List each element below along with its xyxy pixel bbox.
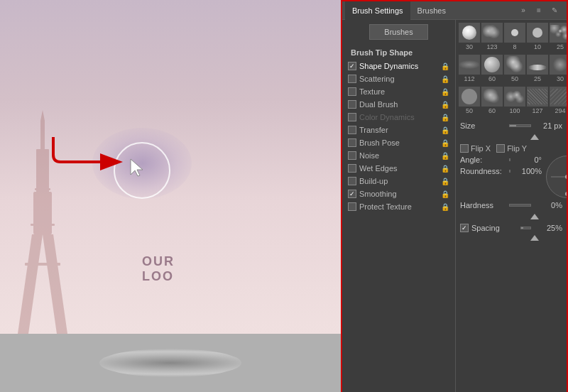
brushes-button[interactable]: Brushes (369, 24, 427, 40)
brush-thumb-1[interactable]: 30 (459, 23, 480, 50)
roundness-slider (509, 170, 510, 173)
svg-rect-4 (40, 121, 45, 153)
brush-img-1 (459, 23, 480, 43)
brush-thumb-8[interactable]: 50 (504, 55, 525, 82)
option-scattering[interactable]: Scattering 🔒 (342, 72, 455, 85)
angle-slider-track[interactable] (509, 158, 510, 161)
checkbox-transfer[interactable] (348, 126, 356, 134)
widget-bottom-dot (565, 192, 567, 196)
option-noise[interactable]: Noise 🔒 (342, 149, 455, 162)
brush-img-11 (459, 87, 480, 107)
brush-thumb-7[interactable]: 60 (481, 55, 503, 82)
option-smoothing[interactable]: ✓ Smoothing 🔒 (342, 187, 455, 200)
option-transfer[interactable]: Transfer 🔒 (342, 124, 455, 136)
size-slider-track[interactable] (509, 124, 531, 127)
svg-rect-2 (33, 192, 52, 234)
brush-img-2 (481, 23, 503, 43)
roundness-value: 100% (513, 167, 542, 175)
checkbox-spacing[interactable]: ✓ (460, 224, 469, 232)
panel-brush-icon[interactable]: ✎ (548, 4, 561, 17)
brush-thumb-13[interactable]: 100 (504, 87, 525, 114)
checkbox-dual-brush[interactable] (348, 100, 356, 109)
option-wet-edges[interactable]: Wet Edges 🔒 (342, 162, 455, 175)
checkbox-brush-pose[interactable] (348, 138, 356, 147)
checkbox-noise[interactable] (348, 151, 356, 160)
lock-icon-texture: 🔒 (441, 88, 449, 96)
size-triangle-indicator[interactable] (530, 134, 539, 140)
brush-thumb-15[interactable]: 294 (550, 87, 567, 114)
checkbox-scattering[interactable] (348, 75, 356, 83)
roundness-setting-row: Roundness: 100% (459, 167, 543, 175)
brush-thumb-11[interactable]: 50 (459, 87, 480, 114)
flip-y-option[interactable]: Flip Y (496, 144, 527, 153)
spacing-slider-track[interactable] (520, 227, 531, 229)
checkbox-flip-x[interactable] (460, 144, 469, 153)
angle-roundness-area: Angle: 0° Roundness: (459, 156, 564, 198)
canvas-text-overlay: OUR LOO (142, 254, 175, 284)
brush-img-8 (504, 55, 525, 75)
option-color-dynamics[interactable]: Color Dynamics 🔒 (342, 111, 455, 124)
brush-thumb-4[interactable]: 10 (527, 23, 548, 50)
option-shape-dynamics[interactable]: ✓ Shape Dynamics 🔒 (342, 60, 455, 72)
lock-icon-wet-edges: 🔒 (441, 165, 449, 173)
checkbox-smoothing[interactable]: ✓ (348, 190, 356, 198)
brush-preview (99, 349, 241, 377)
hardness-slider-track[interactable] (509, 204, 531, 207)
lock-icon-noise: 🔒 (441, 152, 449, 160)
spacing-value: 25% (534, 224, 562, 232)
brush-thumb-5[interactable]: 25 (550, 23, 567, 50)
flip-x-option[interactable]: Flip X (460, 144, 491, 153)
brush-thumb-2[interactable]: 123 (481, 23, 503, 50)
lock-icon-build-up: 🔒 (441, 178, 449, 185)
brush-thumb-12[interactable]: 60 (481, 87, 503, 114)
option-texture[interactable]: Texture 🔒 (342, 85, 455, 98)
hardness-triangle-indicator[interactable] (530, 214, 539, 219)
red-arrow-indicator (46, 126, 138, 176)
panel-chevron-icon[interactable]: » (517, 4, 530, 17)
svg-marker-1 (43, 234, 67, 334)
size-setting-row: Size 21 px (459, 121, 564, 130)
roundness-slider-track[interactable] (509, 170, 510, 173)
hardness-slider (509, 204, 531, 207)
size-value: 21 px (534, 121, 562, 130)
checkbox-shape-dynamics[interactable]: ✓ (348, 62, 356, 70)
spacing-slider (520, 227, 531, 229)
checkbox-texture[interactable] (348, 87, 356, 96)
size-label: Size (460, 121, 506, 130)
panel-menu-icon[interactable]: ≡ (532, 4, 545, 17)
size-slider-container (509, 124, 531, 127)
brush-thumb-3[interactable]: 8 (504, 23, 525, 50)
lock-icon-brush-pose: 🔒 (441, 139, 449, 147)
checkbox-color-dynamics[interactable] (348, 113, 356, 121)
brush-img-15 (550, 87, 567, 107)
brush-thumb-14[interactable]: 127 (527, 87, 548, 114)
option-dual-brush[interactable]: Dual Brush 🔒 (342, 98, 455, 111)
angle-roundness-sliders: Angle: 0° Roundness: (459, 156, 543, 198)
brush-img-7 (481, 55, 503, 75)
brush-settings-panel: Brush Settings Brushes » ≡ ✎ Brushes Bru… (341, 0, 568, 392)
angle-setting-row: Angle: 0° (459, 156, 543, 164)
checkbox-wet-edges[interactable] (348, 164, 356, 173)
checkbox-flip-y[interactable] (496, 144, 505, 153)
checkbox-build-up[interactable] (348, 177, 356, 185)
spacing-triangle-indicator[interactable] (530, 235, 539, 241)
angle-roundness-widget[interactable] (546, 156, 567, 198)
brush-thumb-10[interactable]: 30 (550, 55, 567, 82)
brush-tip-shape-label[interactable]: Brush Tip Shape (342, 45, 455, 60)
panel-tab-bar: Brush Settings Brushes » ≡ ✎ (342, 1, 567, 20)
svg-marker-5 (40, 110, 45, 121)
option-build-up[interactable]: Build-up 🔒 (342, 175, 455, 187)
tab-brushes[interactable]: Brushes (410, 1, 453, 20)
brush-thumb-6[interactable]: 112 (459, 55, 480, 82)
brush-img-10 (550, 55, 567, 75)
widget-center-dot (565, 175, 567, 179)
option-brush-pose[interactable]: Brush Pose 🔒 (342, 136, 455, 149)
checkbox-protect-texture[interactable] (348, 202, 356, 211)
roundness-label: Roundness: (460, 167, 506, 175)
brush-img-6 (459, 55, 480, 75)
tab-brush-settings[interactable]: Brush Settings (345, 1, 410, 20)
lock-icon-transfer: 🔒 (441, 126, 449, 134)
lock-icon-dual-brush: 🔒 (441, 101, 449, 109)
option-protect-texture[interactable]: Protect Texture 🔒 (342, 200, 455, 213)
brush-thumb-9[interactable]: 25 (527, 55, 548, 82)
